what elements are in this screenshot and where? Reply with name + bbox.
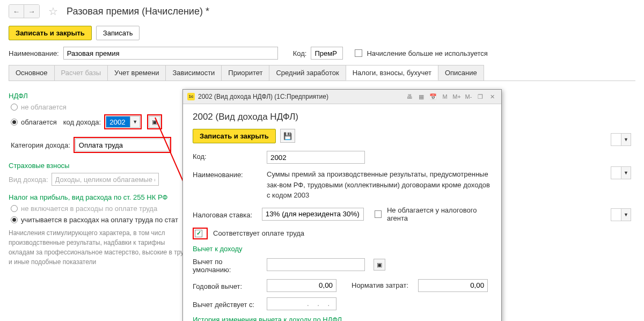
income-code-highlight: ▼ xyxy=(104,114,142,129)
modal-rate-field[interactable] xyxy=(262,208,364,221)
m-plus-button[interactable]: M+ xyxy=(452,92,462,101)
tab-dependencies[interactable]: Зависимости xyxy=(165,65,222,81)
category-highlight xyxy=(74,137,171,153)
modal-heading: 2002 (Вид дохода НДФЛ) xyxy=(193,112,492,122)
valid-from-field[interactable]: . . . xyxy=(267,297,336,310)
tab-time[interactable]: Учет времени xyxy=(107,65,166,81)
income-code-field[interactable] xyxy=(106,116,130,128)
favorite-star-icon[interactable]: ☆ xyxy=(48,5,58,18)
income-code-inline-label: код дохода: xyxy=(63,118,101,126)
default-deduction-field[interactable] xyxy=(267,258,365,271)
norm-label: Норматив затрат: xyxy=(352,281,408,289)
nav-forward-button[interactable]: → xyxy=(24,5,39,18)
matches-salary-highlight: ✓ xyxy=(193,228,208,239)
annual-deduction-field[interactable] xyxy=(267,279,336,292)
deduction-section-title[interactable]: Вычет к доходу xyxy=(193,245,492,253)
code-input[interactable] xyxy=(311,47,343,60)
modal-save-close-button[interactable]: Записать и закрыть xyxy=(193,129,276,143)
not-taxed-agent-checkbox[interactable] xyxy=(375,210,382,218)
profit-included-label: учитывается в расходах на оплату труда п… xyxy=(21,216,178,224)
ndfl-taxed-radio[interactable] xyxy=(11,119,18,126)
ndfl-taxed-label: облагается xyxy=(21,118,57,126)
modal-name-value: Суммы премий за производственные результ… xyxy=(267,169,492,201)
modal-name-label: Наименование: xyxy=(193,169,261,179)
nav-back-button[interactable]: ← xyxy=(9,5,24,18)
ndfl-not-taxed-label: не облагается xyxy=(21,103,67,111)
category-field[interactable] xyxy=(75,138,170,151)
name-input[interactable] xyxy=(63,47,278,60)
not-taxed-agent-label: Не облагается у налогового агента xyxy=(387,206,492,222)
window-restore-icon[interactable]: ❐ xyxy=(475,92,485,101)
annual-deduction-label: Годовой вычет: xyxy=(193,281,261,290)
tab-avg-salary[interactable]: Средний заработок xyxy=(269,65,346,81)
income-code-dropdown-icon[interactable]: ▼ xyxy=(130,116,140,128)
right-combo-3[interactable]: ▼ xyxy=(621,209,631,221)
modal-code-label: Код: xyxy=(193,151,261,160)
profit-not-included-label: не включается в расходы по оплате труда xyxy=(21,205,157,213)
app-1c-icon: 1c xyxy=(187,93,195,100)
not-used-checkbox[interactable] xyxy=(355,49,362,57)
income-code-open-button[interactable]: ▣ xyxy=(149,116,160,128)
valid-from-label: Вычет действует с: xyxy=(193,299,261,309)
income-code-open-highlight: ▣ xyxy=(147,114,162,129)
m-minus-button[interactable]: M- xyxy=(464,92,473,101)
income-type-field[interactable] xyxy=(52,173,159,186)
modal-code-field[interactable] xyxy=(267,151,365,164)
right-combo-1[interactable]: ▼ xyxy=(621,134,631,145)
save-and-close-button[interactable]: Записать и закрыть xyxy=(9,26,92,40)
page-title: Разовая премия (Начисление) * xyxy=(67,6,209,17)
name-label: Наименование: xyxy=(9,49,59,57)
info-text: Начисления стимулирующего характера, в т… xyxy=(9,228,191,267)
category-label: Категория дохода: xyxy=(11,141,70,149)
default-deduction-label: Вычет по умолчанию: xyxy=(193,256,261,274)
tab-taxes[interactable]: Налоги, взносы, бухучет xyxy=(346,65,438,81)
calc-icon[interactable]: ▦ xyxy=(416,92,426,101)
ndfl-not-taxed-radio[interactable] xyxy=(11,104,18,111)
history-link[interactable]: История изменения вычета к доходу по НДФ… xyxy=(193,316,342,322)
modal-rate-label: Налоговая ставка: xyxy=(193,209,257,219)
profit-not-included-radio[interactable] xyxy=(11,205,18,212)
modal-window-title: 2002 (Вид дохода НДФЛ) (1С:Предприятие) xyxy=(198,93,328,100)
tab-bar: Основное Расчет базы Учет времени Зависи… xyxy=(9,65,635,81)
profit-included-radio[interactable] xyxy=(11,216,18,223)
norm-field[interactable] xyxy=(418,279,488,292)
save-button[interactable]: Записать xyxy=(96,26,140,40)
matches-salary-checkbox[interactable]: ✓ xyxy=(195,230,202,237)
not-used-label: Начисление больше не используется xyxy=(367,49,487,57)
calendar-icon[interactable]: 📅 xyxy=(428,92,438,101)
tab-priority[interactable]: Приоритет xyxy=(221,65,269,81)
modal-save-icon-button[interactable]: 💾 xyxy=(280,129,295,143)
window-close-icon[interactable]: ✕ xyxy=(487,92,497,101)
code-label: Код: xyxy=(293,49,307,57)
ndfl-income-type-modal: 1c 2002 (Вид дохода НДФЛ) (1С:Предприяти… xyxy=(182,89,502,321)
m-button[interactable]: M xyxy=(440,92,450,101)
print-icon[interactable]: 🖶 xyxy=(405,92,414,101)
date-placeholder-icon: . . . xyxy=(307,300,333,308)
tab-base-calc[interactable]: Расчет базы xyxy=(54,65,108,81)
matches-salary-label: Соответствует оплате труда xyxy=(213,229,304,237)
right-combo-2[interactable]: ▼ xyxy=(621,167,631,179)
tab-description[interactable]: Описание xyxy=(438,65,484,81)
income-type-label: Вид дохода: xyxy=(9,176,48,184)
default-deduction-open-button[interactable]: ▣ xyxy=(374,259,385,271)
tab-main[interactable]: Основное xyxy=(9,65,55,81)
